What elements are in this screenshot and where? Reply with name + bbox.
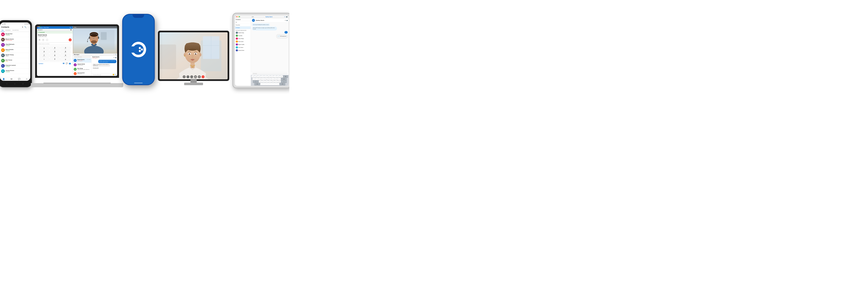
tab-contact-karen[interactable]: Karen Quinn <box>235 40 251 43</box>
kb-f[interactable]: f <box>262 78 265 80</box>
contact-item-daniel[interactable]: DC Daniel Chang Offline <box>0 53 30 58</box>
kb-x[interactable]: x <box>262 81 265 83</box>
numpad-2[interactable]: 2ABC <box>50 46 60 50</box>
kb-n[interactable]: n <box>275 81 278 83</box>
contacts-dropdown-icon[interactable]: ▼ <box>22 26 24 28</box>
tab-buddies[interactable]: BUDDIES <box>5 29 11 32</box>
footer-phone-icon[interactable]: ☎ <box>63 63 65 64</box>
contact-item-erin[interactable]: ET Erin Turner Away <box>0 58 30 63</box>
contact-item-brandi[interactable]: BH Brandi Hart Available <box>0 32 30 37</box>
tablet-chat-input[interactable]: Message <box>252 72 288 74</box>
thread-joanne[interactable]: JK Joanne Kemp Sounds good <box>73 63 91 67</box>
footer-contacts-icon[interactable]: 👥 <box>69 63 71 64</box>
tab-contact-olivia[interactable]: Olivia Phillips <box>235 37 251 40</box>
hold-button[interactable]: II <box>42 38 45 41</box>
kb-123[interactable]: 7123 <box>254 83 260 85</box>
vc-phone-btn[interactable]: ☎ <box>194 75 197 78</box>
numpad-5[interactable]: 5JKL <box>50 50 60 54</box>
tab-contact-lisa-c[interactable]: Lisa Coburn <box>235 46 251 49</box>
more-button[interactable]: ··· <box>45 38 49 41</box>
alpha-scroll[interactable]: BCDEFGHIJKLMNOPQRSTUVWXYZ <box>29 33 30 58</box>
bnav-settings[interactable]: ⚙ <box>26 78 28 80</box>
bnav-contacts[interactable]: 👤 <box>2 78 5 80</box>
tab-contact-troy[interactable]: Troy Allen <box>235 34 251 37</box>
vc-mic-btn[interactable]: 🎤 <box>190 75 193 78</box>
tablet-tl-green[interactable] <box>239 16 240 17</box>
chat-input[interactable]: Compose Message <box>92 74 113 75</box>
thread-eric[interactable]: EH Eric Hong I'll get back to it this af… <box>73 67 91 71</box>
kb-e[interactable]: e <box>258 75 261 77</box>
nav-recents-icon[interactable]: □ <box>23 83 23 85</box>
numpad-7[interactable]: 7PQRS <box>39 54 49 57</box>
number-input[interactable]: Enter name or number <box>38 42 72 45</box>
tablet-nav-contacts[interactable]: Contacts <box>235 26 251 29</box>
tab-contact-miguel[interactable]: Miguel Castillo <box>235 43 251 46</box>
message-search-input[interactable]: Search Messages <box>73 56 91 58</box>
vc-camera-btn[interactable]: 📷 <box>186 75 189 78</box>
numpad-6[interactable]: 6MNO <box>60 50 70 54</box>
chat-attach-icon[interactable]: 📎 <box>115 74 116 75</box>
tablet-chat-call-icon[interactable]: ☎ <box>285 20 286 21</box>
kb-l[interactable]: l <box>278 78 281 80</box>
contact-item-francois[interactable]: FL Francois Lamont Available <box>0 63 30 69</box>
vc-end-call-btn[interactable]: ✕ <box>202 75 205 78</box>
traffic-red[interactable] <box>37 26 38 27</box>
msg-compose-icon[interactable]: ✏ <box>114 54 115 55</box>
kb-shift[interactable]: ⇧ <box>253 81 259 83</box>
dialer-account[interactable]: Account 1 <box>38 29 42 30</box>
kb-r[interactable]: r <box>261 75 264 77</box>
thread-david[interactable]: DG David Garcia On the phone 10:53 AM <box>73 58 91 63</box>
traffic-yellow[interactable] <box>39 26 39 27</box>
kb-u[interactable]: u <box>271 75 273 77</box>
numpad-3[interactable]: 3DEF <box>60 46 70 50</box>
kb-b[interactable]: b <box>272 81 274 83</box>
numpad-4[interactable]: 4GHI <box>39 50 49 54</box>
traffic-green[interactable] <box>40 26 41 27</box>
kb-w[interactable]: w <box>255 75 258 77</box>
tab-all[interactable]: ALL <box>1 29 5 32</box>
chat-call-icon[interactable]: ☎ <box>113 57 115 58</box>
contacts-search-icon[interactable]: 🔍 <box>24 26 27 28</box>
kb-shift-right[interactable]: ⇧ <box>281 81 287 83</box>
contact-item-bryan[interactable]: BG Bryan Greene On the Phone <box>0 37 30 42</box>
tablet-nav-favorites[interactable]: Favorites <box>235 24 251 26</box>
end-call-button[interactable]: ✕ <box>69 38 71 41</box>
tab-contact-daniel[interactable]: Daniel Chang <box>235 31 251 34</box>
kb-space[interactable] <box>260 83 279 85</box>
kb-c[interactable]: c <box>265 81 268 83</box>
kb-j[interactable]: j <box>272 78 274 80</box>
tab-contact-jessica-e[interactable]: Jessica Evans <box>235 49 251 52</box>
kb-t[interactable]: t <box>264 75 267 77</box>
kb-h[interactable]: h <box>268 78 271 80</box>
tablet-tl-red[interactable] <box>236 16 237 17</box>
kb-return[interactable]: return <box>281 78 287 80</box>
msg-search-icon[interactable]: 🔍 <box>115 54 116 55</box>
numpad-hash[interactable]: # <box>60 58 70 61</box>
kb-q[interactable]: q <box>252 75 254 77</box>
kb-p[interactable]: p <box>280 75 283 77</box>
chat-video-icon[interactable]: 📹 <box>115 57 116 58</box>
contact-item-chad[interactable]: CM Chad Michaels Available <box>0 42 30 47</box>
contacts-menu-icon[interactable]: ⋮ <box>27 26 29 28</box>
kb-y[interactable]: y <box>267 75 270 77</box>
vc-settings-btn[interactable]: ⚙ <box>183 75 186 78</box>
kb-s[interactable]: s <box>256 78 259 80</box>
kb-v[interactable]: v <box>268 81 271 83</box>
chat-emoji-icon[interactable]: 😊 <box>113 74 115 75</box>
kb-i[interactable]: i <box>274 75 277 77</box>
numpad-star[interactable]: * <box>39 58 49 61</box>
tablet-tl-yellow[interactable] <box>238 16 239 17</box>
kb-z[interactable]: z <box>259 81 262 83</box>
nav-home-icon[interactable]: ○ <box>14 83 15 85</box>
contact-item-jessica[interactable]: JE Jessica Evans Available <box>0 69 30 74</box>
kb-m[interactable]: m <box>278 81 281 83</box>
thread-lisa[interactable]: LC Lisa Corazon Ok, will do <box>73 71 91 76</box>
kb-delete[interactable]: ⌫ <box>283 75 288 77</box>
tablet-compose-icon[interactable]: ✏ <box>284 16 285 18</box>
numpad-8[interactable]: 8TUV <box>50 54 60 57</box>
kb-d[interactable]: d <box>259 78 262 80</box>
bnav-messages[interactable]: 💬 <box>18 78 20 80</box>
kb-k[interactable]: k <box>275 78 278 80</box>
numpad-0[interactable]: 0+ <box>50 58 60 61</box>
mute-button[interactable]: ⏸ <box>38 38 41 41</box>
